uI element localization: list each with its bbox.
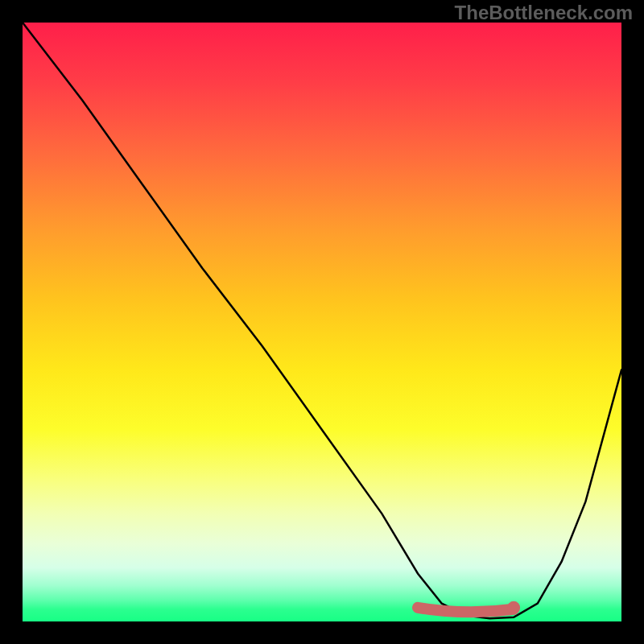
flat-marker-dot: [507, 601, 520, 614]
chart-svg: [23, 23, 621, 621]
chart-frame: TheBottleneck.com: [0, 0, 644, 644]
flat-region-path: [418, 608, 514, 613]
curve-path: [23, 23, 621, 618]
watermark-text: TheBottleneck.com: [455, 2, 633, 24]
